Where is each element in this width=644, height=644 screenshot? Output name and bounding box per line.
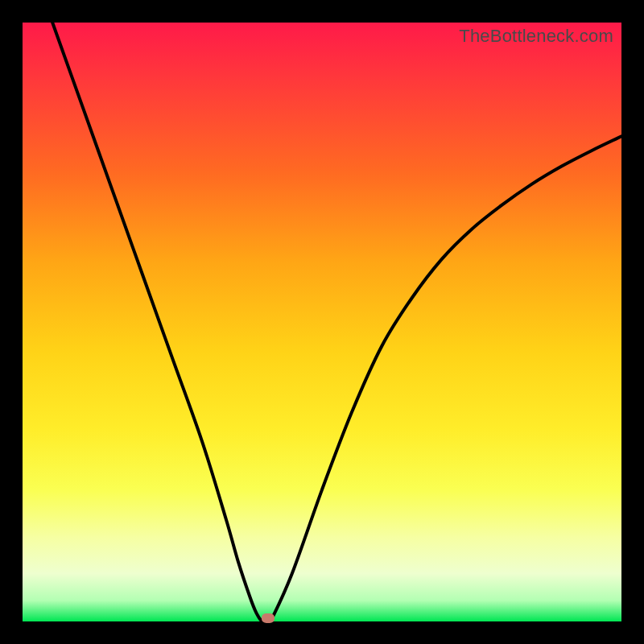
bottleneck-curve	[52, 23, 621, 621]
plot-area: TheBottleneck.com	[23, 23, 621, 621]
chart-frame: TheBottleneck.com	[0, 0, 644, 644]
curve-svg	[23, 23, 621, 621]
optimum-marker	[262, 613, 275, 623]
watermark-text: TheBottleneck.com	[459, 26, 613, 47]
